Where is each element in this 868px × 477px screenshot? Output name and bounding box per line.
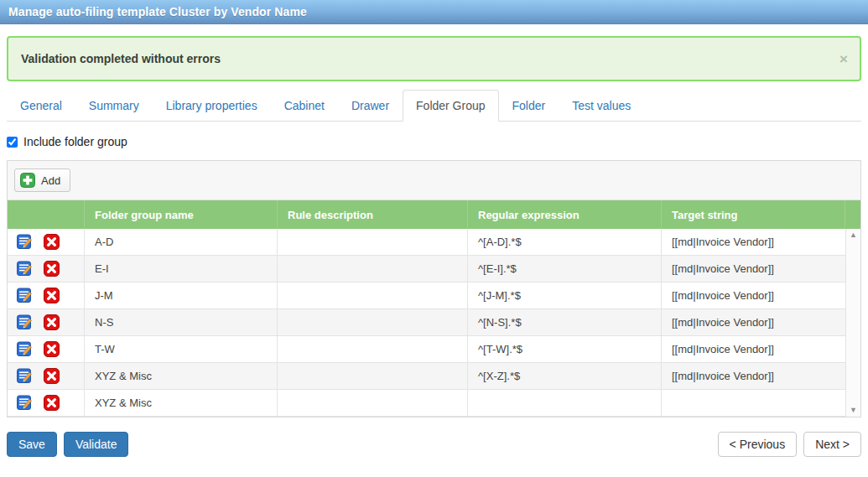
row-actions xyxy=(8,283,85,308)
add-button-label: Add xyxy=(41,174,60,187)
column-header-target-string: Target string xyxy=(662,200,845,229)
cell-rule-description xyxy=(278,283,468,308)
validation-alert: Validation completed without errors × xyxy=(7,36,861,81)
cell-folder-group-name: E-I xyxy=(85,256,278,282)
cell-target-string: [[md|Invoice Vendor]] xyxy=(662,229,845,255)
cell-folder-group-name: J-M xyxy=(85,283,278,308)
tab-cabinet[interactable]: Cabinet xyxy=(271,90,338,122)
table-row: XYZ & Misc ^[X-Z].*$ [[md|Invoice Vendor… xyxy=(8,363,845,390)
row-actions xyxy=(8,336,85,362)
edit-icon[interactable] xyxy=(17,261,33,277)
cell-rule-description xyxy=(278,390,468,416)
cell-rule-description xyxy=(278,309,468,335)
cell-folder-group-name: A-D xyxy=(85,229,278,255)
delete-icon[interactable] xyxy=(44,288,60,303)
edit-icon[interactable] xyxy=(17,234,33,250)
plus-icon xyxy=(20,173,35,188)
edit-icon[interactable] xyxy=(17,395,33,411)
include-folder-group-row: Include folder group xyxy=(7,135,861,148)
next-button[interactable]: Next > xyxy=(803,432,861,457)
cell-target-string: [[md|Invoice Vendor]] xyxy=(662,283,845,308)
edit-icon[interactable] xyxy=(17,341,33,357)
cell-regular-expression: ^[J-M].*$ xyxy=(468,283,662,308)
table-row: XYZ & Misc xyxy=(8,390,845,417)
save-button[interactable]: Save xyxy=(7,432,57,457)
tab-drawer[interactable]: Drawer xyxy=(338,90,403,122)
table-row: N-S ^[N-S].*$ [[md|Invoice Vendor]] xyxy=(8,309,845,336)
scroll-up-icon[interactable]: ▲ xyxy=(850,231,857,239)
tab-library-properties[interactable]: Library properties xyxy=(153,90,271,122)
folder-group-grid: Add Folder group name Rule description R… xyxy=(7,160,861,417)
row-actions xyxy=(8,309,85,335)
cell-target-string: [[md|Invoice Vendor]] xyxy=(662,363,845,389)
cell-regular-expression: ^[N-S].*$ xyxy=(468,309,662,335)
tab-summary[interactable]: Summary xyxy=(75,90,153,122)
edit-icon[interactable] xyxy=(17,368,33,384)
delete-icon[interactable] xyxy=(44,234,60,250)
tab-test-values[interactable]: Test values xyxy=(559,90,644,122)
column-header-actions xyxy=(8,200,85,229)
cell-regular-expression: ^[A-D].*$ xyxy=(468,229,662,255)
include-folder-group-label: Include folder group xyxy=(23,135,127,148)
cell-rule-description xyxy=(278,363,468,389)
cell-target-string: [[md|Invoice Vendor]] xyxy=(662,256,845,282)
column-header-regular-expression: Regular expression xyxy=(468,200,662,229)
delete-icon[interactable] xyxy=(44,261,60,277)
tab-folder-group[interactable]: Folder Group xyxy=(403,90,498,122)
vertical-scrollbar[interactable]: ▲ ▼ xyxy=(845,229,860,417)
cell-regular-expression: ^[E-I].*$ xyxy=(468,256,662,282)
column-header-rule-description: Rule description xyxy=(278,200,468,229)
tab-general[interactable]: General xyxy=(7,90,75,122)
table-body: A-D ^[A-D].*$ [[md|Invoice Vendor]] E-I … xyxy=(8,229,860,417)
cell-regular-expression: ^[T-W].*$ xyxy=(468,336,662,362)
cell-rule-description xyxy=(278,336,468,362)
row-actions xyxy=(8,363,85,389)
cell-folder-group-name: N-S xyxy=(85,309,278,335)
dialog-title-bar: Manage auto-filing template Cluster by V… xyxy=(0,0,868,24)
delete-icon[interactable] xyxy=(44,314,60,330)
column-header-folder-group-name: Folder group name xyxy=(85,200,278,229)
validation-message: Validation completed without errors xyxy=(21,52,221,65)
cell-rule-description xyxy=(278,229,468,255)
cell-folder-group-name: XYZ & Misc xyxy=(85,363,278,389)
row-actions xyxy=(8,256,85,282)
cell-folder-group-name: XYZ & Misc xyxy=(85,390,278,416)
cell-target-string: [[md|Invoice Vendor]] xyxy=(662,336,845,362)
cell-target-string: [[md|Invoice Vendor]] xyxy=(662,309,845,335)
table-header: Folder group name Rule description Regul… xyxy=(8,200,860,229)
grid-toolbar: Add xyxy=(8,161,860,200)
cell-rule-description xyxy=(278,256,468,282)
column-header-scroll-spacer xyxy=(845,200,865,229)
delete-icon[interactable] xyxy=(44,341,60,357)
row-actions xyxy=(8,390,85,416)
delete-icon[interactable] xyxy=(44,395,60,411)
table-row: A-D ^[A-D].*$ [[md|Invoice Vendor]] xyxy=(8,229,845,256)
edit-icon[interactable] xyxy=(17,314,33,330)
tab-folder[interactable]: Folder xyxy=(499,90,559,122)
include-folder-group-checkbox[interactable] xyxy=(7,137,18,148)
cell-target-string xyxy=(662,390,845,416)
table-row: T-W ^[T-W].*$ [[md|Invoice Vendor]] xyxy=(8,336,845,363)
tab-bar: General Summary Library properties Cabin… xyxy=(7,90,861,122)
scroll-down-icon[interactable]: ▼ xyxy=(850,407,857,414)
validate-button[interactable]: Validate xyxy=(64,432,129,457)
previous-button[interactable]: < Previous xyxy=(718,432,798,457)
cell-regular-expression: ^[X-Z].*$ xyxy=(468,363,662,389)
row-actions xyxy=(8,229,85,255)
table-row: E-I ^[E-I].*$ [[md|Invoice Vendor]] xyxy=(8,256,845,283)
add-button[interactable]: Add xyxy=(14,169,70,192)
dialog-title: Manage auto-filing template Cluster by V… xyxy=(8,5,307,18)
delete-icon[interactable] xyxy=(44,368,60,384)
cell-folder-group-name: T-W xyxy=(85,336,278,362)
close-icon[interactable]: × xyxy=(839,52,848,66)
dialog-footer: Save Validate < Previous Next > xyxy=(7,432,861,457)
edit-icon[interactable] xyxy=(17,288,33,303)
table-row: J-M ^[J-M].*$ [[md|Invoice Vendor]] xyxy=(8,283,845,309)
cell-regular-expression xyxy=(468,390,662,416)
